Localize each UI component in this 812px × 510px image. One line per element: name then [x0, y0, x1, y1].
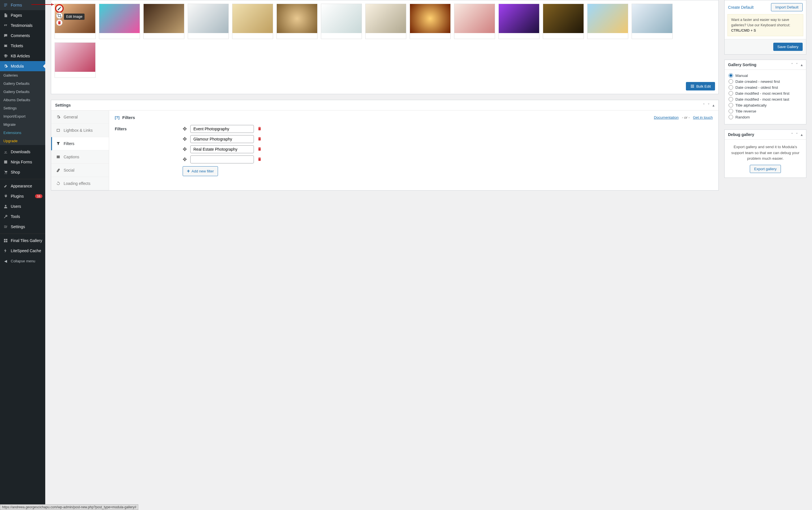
sidebar-item-final-tiles-gallery[interactable]: Final Tiles Gallery	[0, 236, 45, 246]
gallery-thumb[interactable]	[454, 4, 495, 39]
gallery-thumb[interactable]	[143, 4, 184, 39]
move-icon[interactable]: ✥	[183, 136, 187, 142]
panel-up-icon[interactable]: ˄	[791, 132, 793, 137]
settings-tab-captions[interactable]: Captions	[51, 150, 109, 164]
sidebar-item-kb-articles[interactable]: KB Articles	[0, 51, 45, 61]
gallery-thumb[interactable]	[55, 42, 95, 78]
gallery-thumb[interactable]	[543, 4, 584, 39]
sidebar-item-pages[interactable]: Pages	[0, 10, 45, 20]
filter-item: ✥	[183, 145, 262, 153]
sort-option[interactable]: Manual	[729, 73, 802, 78]
gallery-thumb[interactable]	[188, 4, 229, 39]
panel-up-icon[interactable]: ˄	[791, 62, 793, 67]
sidebar-item-ninja-forms[interactable]: Ninja Forms	[0, 157, 45, 167]
sort-radio[interactable]	[729, 73, 733, 78]
export-gallery-button[interactable]: Export gallery	[750, 165, 781, 173]
sidebar-item-users[interactable]: Users	[0, 201, 45, 211]
add-filter-button[interactable]: + Add new filter	[183, 166, 218, 176]
brush-icon	[3, 183, 8, 189]
documentation-link[interactable]: Documentation	[654, 115, 678, 120]
create-default-link[interactable]: Create Default	[728, 5, 753, 10]
crop-image-button[interactable]	[56, 12, 62, 19]
save-gallery-button[interactable]: Save Gallery	[773, 43, 803, 51]
sidebar-sub-migrate[interactable]: Migrate	[0, 120, 45, 129]
edit-image-button[interactable]	[56, 5, 62, 11]
import-default-button[interactable]: Import Default	[771, 3, 803, 11]
panel-up-icon[interactable]: ˄	[703, 103, 705, 108]
sidebar-item-litespeed-cache[interactable]: LiteSpeed Cache	[0, 246, 45, 256]
sidebar-sub-extensions[interactable]: Extensions	[0, 129, 45, 137]
sort-radio[interactable]	[729, 103, 733, 108]
sidebar-sub-gallery-defaults[interactable]: Gallery Defaults	[0, 80, 45, 88]
gallery-thumb[interactable]	[498, 4, 540, 39]
gallery-thumb[interactable]	[365, 4, 406, 39]
sort-radio[interactable]	[729, 115, 733, 119]
filter-input[interactable]	[190, 135, 254, 143]
sidebar-sub-gallery-defaults[interactable]: Gallery Defaults	[0, 88, 45, 96]
sort-radio[interactable]	[729, 79, 733, 84]
sidebar-sub-settings[interactable]: Settings	[0, 104, 45, 112]
delete-filter-button[interactable]	[257, 157, 262, 162]
sidebar-sub-import-export[interactable]: Import/Export	[0, 112, 45, 120]
sidebar-item-comments[interactable]: Comments	[0, 31, 45, 41]
gallery-thumb[interactable]	[277, 4, 318, 39]
move-icon[interactable]: ✥	[183, 126, 187, 132]
get-in-touch-link[interactable]: Get in touch	[693, 115, 713, 120]
sort-radio[interactable]	[729, 97, 733, 101]
gallery-thumb[interactable]	[632, 4, 673, 39]
sort-option[interactable]: Title alphabetically	[729, 103, 802, 108]
panel-down-icon[interactable]: ˅	[708, 103, 709, 108]
sidebar-sub-upgrade[interactable]: Upgrade	[0, 137, 45, 145]
sort-radio[interactable]	[729, 109, 733, 113]
panel-toggle-icon[interactable]: ▴	[801, 132, 803, 137]
gallery-thumb[interactable]	[587, 4, 628, 39]
sort-option[interactable]: Title reverse	[729, 109, 802, 113]
sort-option[interactable]: Random	[729, 115, 802, 119]
settings-tab-social[interactable]: Social	[51, 164, 109, 177]
sort-option[interactable]: Date created - oldest first	[729, 85, 802, 90]
bulk-edit-button[interactable]: Bulk Edit	[686, 82, 715, 90]
gallery-thumb[interactable]: Edit Image	[55, 4, 95, 39]
sidebar-item-tickets[interactable]: Tickets	[0, 41, 45, 51]
debug-title: Debug gallery	[728, 132, 791, 137]
collapse-menu[interactable]: ◀ Collapse menu	[0, 256, 45, 266]
sort-option[interactable]: Date created - newest first	[729, 79, 802, 84]
gallery-thumb[interactable]	[99, 4, 140, 39]
panel-toggle-icon[interactable]: ▴	[713, 103, 715, 108]
delete-filter-button[interactable]	[257, 147, 262, 152]
sort-radio[interactable]	[729, 91, 733, 95]
delete-image-button[interactable]	[56, 20, 62, 26]
sidebar-item-modula[interactable]: Modula	[0, 61, 45, 71]
panel-down-icon[interactable]: ˅	[796, 62, 798, 67]
settings-tab-general[interactable]: General	[51, 111, 109, 124]
gallery-thumb[interactable]	[410, 4, 451, 39]
sidebar-item-shop[interactable]: Shop	[0, 167, 45, 177]
sort-option[interactable]: Date modified - most recent last	[729, 97, 802, 101]
sidebar-sub-galleries[interactable]: Galleries	[0, 71, 45, 80]
filter-input[interactable]	[190, 125, 254, 133]
sidebar-sub-albums-defaults[interactable]: Albums Defaults	[0, 96, 45, 104]
settings-tab-lightbox-links[interactable]: Lightbox & Links	[51, 124, 109, 137]
settings-tab-filters[interactable]: Filters	[51, 137, 109, 150]
delete-filter-button[interactable]	[257, 126, 262, 132]
delete-filter-button[interactable]	[257, 137, 262, 142]
gallery-thumb[interactable]	[321, 4, 362, 39]
sidebar-item-appearance[interactable]: Appearance	[0, 181, 45, 191]
filter-input[interactable]	[190, 155, 254, 163]
move-icon[interactable]: ✥	[183, 156, 187, 162]
panel-down-icon[interactable]: ˅	[796, 132, 798, 137]
sidebar-item-testimonials[interactable]: Testimonials	[0, 20, 45, 31]
help-icon[interactable]: [?]	[115, 115, 120, 120]
sidebar-item-plugins[interactable]: Plugins16	[0, 191, 45, 201]
filter-input[interactable]	[190, 145, 254, 153]
sidebar-item-tools[interactable]: Tools	[0, 211, 45, 222]
sort-option[interactable]: Date modified - most recent first	[729, 91, 802, 95]
panel-toggle-icon[interactable]: ▴	[801, 62, 803, 67]
sidebar-item-downloads[interactable]: Downloads	[0, 147, 45, 157]
gallery-thumb[interactable]	[232, 4, 273, 39]
sidebar-item-forms[interactable]: Forms	[0, 0, 45, 10]
sort-radio[interactable]	[729, 85, 733, 90]
move-icon[interactable]: ✥	[183, 146, 187, 152]
settings-tab-loading-effects[interactable]: Loading effects	[51, 177, 109, 190]
sidebar-item-settings[interactable]: Settings	[0, 222, 45, 232]
